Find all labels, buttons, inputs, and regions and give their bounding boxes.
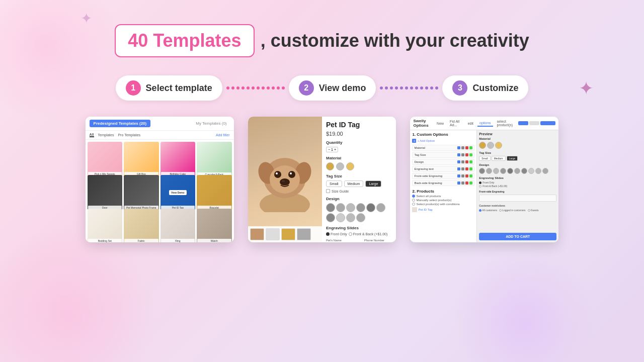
- d7[interactable]: [521, 168, 527, 174]
- delete-icon[interactable]: [465, 160, 468, 163]
- step-2[interactable]: 2 View demo: [289, 75, 376, 101]
- design-10[interactable]: [356, 213, 365, 222]
- template-item-cupcake[interactable]: Cupcake 6-Pack: [197, 142, 232, 177]
- screenshot-2-card[interactable]: Pet ID Tag $19.00 Quantity − 1 + Materia…: [248, 117, 396, 242]
- template-item-cake[interactable]: Birthday Cake: [160, 142, 195, 176]
- nav-products[interactable]: select product(s): [495, 119, 517, 128]
- template-item-bracelet[interactable]: Bracelet: [197, 175, 232, 210]
- view-demo-overlay-btn[interactable]: View Demo: [169, 190, 187, 195]
- template-item-watch[interactable]: Watch: [197, 209, 232, 242]
- design-7[interactable]: [326, 213, 335, 222]
- toggle-icon[interactable]: [469, 160, 472, 163]
- design-3[interactable]: [346, 203, 355, 212]
- delete-icon[interactable]: [465, 153, 468, 156]
- template-item-bedding[interactable]: Bedding Set: [88, 209, 122, 242]
- all-customers-option[interactable]: All customers: [479, 209, 497, 212]
- guests-option[interactable]: Guests: [528, 209, 539, 212]
- nav-edit[interactable]: edit: [466, 121, 475, 126]
- edit-icon[interactable]: [457, 167, 460, 170]
- edit-icon[interactable]: [457, 146, 460, 149]
- preview-front-engraving-input[interactable]: [479, 195, 556, 202]
- preview-circle-3[interactable]: [495, 142, 502, 149]
- ss1-predefined-tab[interactable]: Predesigned Templates (20): [90, 120, 151, 127]
- design-4[interactable]: [356, 203, 365, 212]
- nav-find[interactable]: Fid All Ad...: [448, 119, 464, 128]
- option-row-material[interactable]: Material: [412, 145, 474, 151]
- template-item-gift[interactable]: Gift Box: [124, 142, 158, 176]
- nav-new[interactable]: New: [435, 121, 446, 126]
- template-item-fabric[interactable]: Fabric: [124, 209, 158, 242]
- d2[interactable]: [486, 168, 492, 174]
- step-1[interactable]: 1 Select template: [116, 75, 222, 101]
- preview-circle-1[interactable]: [479, 142, 486, 149]
- step-3[interactable]: 3 Customize: [442, 75, 528, 101]
- add-to-cart-button[interactable]: ADD TO CART: [479, 233, 556, 240]
- quantity-control[interactable]: − 1 +: [326, 147, 338, 152]
- preview-size-medium[interactable]: Medium: [492, 156, 506, 161]
- engrave-both-radio[interactable]: Front & Back (+$1.00): [349, 232, 388, 236]
- nav-options[interactable]: options: [477, 120, 493, 127]
- filter-pro[interactable]: Pro Templates: [118, 133, 140, 137]
- logged-in-option[interactable]: Logged in customers: [499, 209, 525, 212]
- filter-templates[interactable]: Templates: [98, 133, 114, 137]
- pet-id-tag-link[interactable]: Pet ID Tag: [418, 208, 432, 211]
- d5[interactable]: [507, 168, 513, 174]
- template-item-sweets[interactable]: Pick n Mix Sweets: [88, 142, 122, 176]
- tag-products-radio[interactable]: Select product(s) with conditions: [412, 203, 474, 206]
- toggle-icon[interactable]: [469, 182, 472, 185]
- size-large[interactable]: Large: [365, 180, 381, 187]
- d9[interactable]: [535, 168, 541, 174]
- material-circle-2[interactable]: [336, 162, 344, 170]
- engraving-both-row[interactable]: Front & Back (+$1.00): [479, 185, 556, 188]
- toggle-icon[interactable]: [469, 153, 472, 156]
- delete-icon[interactable]: [465, 146, 468, 149]
- edit-icon[interactable]: [457, 182, 460, 185]
- preview-size-small[interactable]: Small: [479, 156, 491, 161]
- preview-size-large[interactable]: Large: [507, 156, 518, 161]
- edit-icon[interactable]: [457, 174, 460, 177]
- option-row-back-engraving[interactable]: Back-side Engraving: [412, 180, 474, 186]
- all-products-radio[interactable]: Select all products: [412, 195, 474, 198]
- qty-plus[interactable]: +: [334, 148, 336, 151]
- copy-icon[interactable]: [461, 174, 464, 177]
- filter-all[interactable]: All: [90, 133, 94, 137]
- design-6[interactable]: [376, 203, 385, 212]
- option-row-engraving[interactable]: Engraving text: [412, 166, 474, 172]
- delete-icon[interactable]: [465, 167, 468, 170]
- phone-field[interactable]: Phone Number (Optional): [364, 239, 392, 242]
- copy-icon[interactable]: [461, 146, 464, 149]
- d6[interactable]: [514, 168, 520, 174]
- design-8[interactable]: [336, 213, 345, 222]
- size-guide-check[interactable]: [326, 189, 330, 193]
- d3[interactable]: [493, 168, 499, 174]
- add-filter-btn[interactable]: Add filter: [216, 133, 230, 137]
- ss1-my-tab[interactable]: My Templates (0): [193, 120, 229, 127]
- thumb-4[interactable]: [297, 228, 311, 240]
- toggle-btn-3[interactable]: [540, 121, 555, 125]
- copy-icon[interactable]: [461, 182, 464, 185]
- template-item-petid[interactable]: View Demo Pet ID Tag: [160, 175, 195, 210]
- edit-icon[interactable]: [457, 160, 460, 163]
- engrave-front-radio[interactable]: Front Only: [326, 232, 347, 236]
- design-2[interactable]: [336, 203, 345, 212]
- d1[interactable]: [479, 168, 485, 174]
- option-row-tagsize[interactable]: Tag Size: [412, 152, 474, 158]
- option-row-front-engraving[interactable]: Front-side Engraving: [412, 173, 474, 179]
- template-item-petphoto[interactable]: Pet Memorial Photo Frame: [124, 175, 158, 210]
- size-medium[interactable]: Medium: [344, 180, 364, 187]
- delete-icon[interactable]: [465, 182, 468, 185]
- add-option-label[interactable]: + Add Option: [417, 139, 435, 142]
- material-circle-3[interactable]: [346, 162, 354, 170]
- toggle-btn-1[interactable]: [518, 121, 528, 125]
- edit-icon[interactable]: [457, 153, 460, 156]
- d10[interactable]: [542, 168, 548, 174]
- design-1[interactable]: [326, 203, 335, 212]
- selected-products-radio[interactable]: Manually select product(s): [412, 199, 474, 202]
- engraving-front-row[interactable]: Front Only: [479, 181, 556, 184]
- material-circle-1[interactable]: [326, 162, 334, 170]
- d4[interactable]: [500, 168, 506, 174]
- size-small[interactable]: Small: [326, 180, 342, 187]
- screenshot-3-card[interactable]: Swelly Options New Fid All Ad... edit op…: [410, 117, 558, 242]
- d8[interactable]: [528, 168, 534, 174]
- option-row-design[interactable]: Design: [412, 159, 474, 165]
